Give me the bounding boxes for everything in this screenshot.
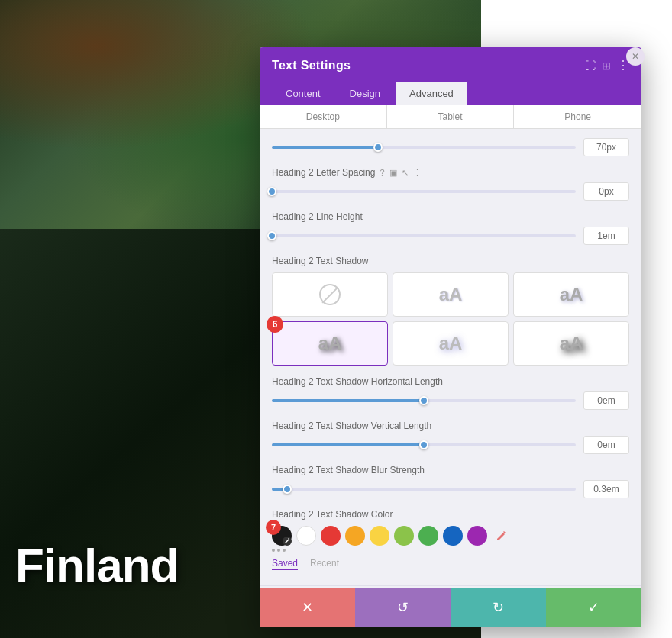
shadow-v-length-row: Heading 2 Text Shadow Vertical Length 0e… bbox=[272, 420, 629, 454]
columns-icon[interactable]: ⊞ bbox=[602, 60, 611, 72]
shadow-option-intense[interactable]: aA bbox=[393, 321, 509, 366]
color-btn-light-green[interactable] bbox=[394, 526, 414, 546]
panel-tabs: Content Design Advanced bbox=[272, 82, 629, 105]
panel-header: Text Settings ⛶ ⊞ ⋮ Content Design Advan… bbox=[260, 47, 641, 105]
line-height-row: Heading 2 Line Height 1em bbox=[272, 211, 629, 245]
shadow-v-length-track[interactable] bbox=[272, 443, 576, 446]
letter-spacing-value[interactable]: 0px bbox=[583, 182, 629, 201]
device-tab-tablet[interactable]: Tablet bbox=[387, 105, 515, 128]
dot-1 bbox=[272, 549, 275, 552]
shadow-v-length-label-row: Heading 2 Text Shadow Vertical Length bbox=[272, 420, 629, 431]
font-size-slider-track[interactable] bbox=[272, 146, 576, 149]
cancel-button[interactable]: ✕ bbox=[260, 588, 355, 627]
color-custom-pencil[interactable] bbox=[492, 526, 512, 546]
expand-icon[interactable]: ⛶ bbox=[585, 60, 596, 72]
color-badge: 7 bbox=[266, 520, 281, 535]
line-height-slider-thumb[interactable] bbox=[267, 231, 276, 240]
shadow-v-length-fill bbox=[272, 443, 424, 446]
tab-content[interactable]: Content bbox=[272, 82, 334, 105]
color-tabs-row: Saved Recent bbox=[272, 558, 629, 570]
shadow-h-length-track[interactable] bbox=[272, 399, 576, 402]
shadow-blur-label-row: Heading 2 Text Shadow Blur Strength bbox=[272, 465, 629, 475]
shadow-option-heavy[interactable]: aA bbox=[513, 321, 629, 366]
panel-title-icons: ⛶ ⊞ ⋮ bbox=[585, 58, 629, 72]
color-btn-purple[interactable] bbox=[467, 526, 487, 546]
shadow-option-medium[interactable]: aA bbox=[513, 272, 629, 317]
color-tab-saved[interactable]: Saved bbox=[272, 558, 298, 570]
shadow-blur-row: Heading 2 Text Shadow Blur Strength 0.3e… bbox=[272, 465, 629, 498]
color-btn-green[interactable] bbox=[418, 526, 438, 546]
letter-spacing-label-row: Heading 2 Letter Spacing ? ▣ ↖ ⋮ bbox=[272, 167, 629, 178]
text-shadow-label: Heading 2 Text Shadow bbox=[272, 256, 369, 266]
device-tab-phone[interactable]: Phone bbox=[514, 105, 641, 128]
letter-spacing-cursor-icon[interactable]: ↖ bbox=[402, 168, 409, 178]
letter-spacing-help-icon[interactable]: ? bbox=[380, 168, 384, 177]
shadow-v-length-controls: 0em bbox=[272, 436, 629, 454]
panel-title-row: Text Settings ⛶ ⊞ ⋮ bbox=[272, 58, 629, 72]
shadow-option-strong[interactable]: 6 aA bbox=[272, 321, 388, 366]
text-settings-panel: Text Settings ⛶ ⊞ ⋮ Content Design Advan… bbox=[260, 47, 641, 627]
shadow-blur-track[interactable] bbox=[272, 488, 576, 491]
save-icon: ✓ bbox=[588, 599, 599, 616]
color-btn-orange[interactable] bbox=[345, 526, 365, 546]
reset-button[interactable]: ↺ bbox=[355, 588, 451, 627]
line-height-slider-track[interactable] bbox=[272, 234, 576, 237]
shadow-option-none[interactable] bbox=[272, 272, 388, 317]
letter-spacing-slider-controls: 0px bbox=[272, 182, 629, 201]
panel-close-button[interactable]: ✕ bbox=[626, 47, 645, 66]
color-palette: 7 bbox=[272, 526, 629, 546]
letter-spacing-slider-track[interactable] bbox=[272, 190, 576, 193]
shadow-badge: 6 bbox=[267, 316, 283, 333]
shadow-blur-value[interactable]: 0.3em bbox=[583, 480, 629, 498]
shadow-v-length-label: Heading 2 Text Shadow Vertical Length bbox=[272, 420, 431, 431]
save-button[interactable]: ✓ bbox=[546, 588, 641, 627]
letter-spacing-device-icon[interactable]: ▣ bbox=[389, 168, 397, 178]
shadow-blur-thumb[interactable] bbox=[283, 485, 292, 494]
font-size-slider-thumb[interactable] bbox=[373, 143, 383, 152]
color-btn-white[interactable] bbox=[296, 526, 316, 546]
shadow-text-heavy: aA bbox=[560, 333, 583, 354]
shadow-h-length-value[interactable]: 0em bbox=[583, 392, 629, 410]
font-size-slider-controls: 70px bbox=[272, 138, 629, 156]
shadow-text-light: aA bbox=[439, 284, 463, 305]
redo-button[interactable]: ↻ bbox=[451, 588, 546, 627]
shadow-text-medium: aA bbox=[560, 284, 583, 305]
device-tab-desktop[interactable]: Desktop bbox=[260, 105, 387, 128]
font-size-slider-fill bbox=[272, 146, 378, 149]
line-height-value[interactable]: 1em bbox=[583, 227, 629, 245]
shadow-option-light[interactable]: aA bbox=[393, 272, 509, 317]
settings-section: 70px Heading 2 Letter Spacing ? ▣ ↖ ⋮ bbox=[260, 129, 641, 585]
tab-advanced[interactable]: Advanced bbox=[396, 82, 467, 105]
letter-spacing-row: Heading 2 Letter Spacing ? ▣ ↖ ⋮ 0px bbox=[272, 167, 629, 201]
shadow-h-length-controls: 0em bbox=[272, 392, 629, 410]
letter-spacing-more-icon[interactable]: ⋮ bbox=[413, 168, 422, 178]
color-btn-black-wrapper: 7 bbox=[272, 526, 292, 546]
font-size-slider-row: 70px bbox=[272, 138, 629, 156]
cancel-icon: ✕ bbox=[302, 599, 313, 616]
shadow-v-length-value[interactable]: 0em bbox=[583, 436, 629, 454]
color-tab-recent[interactable]: Recent bbox=[310, 558, 339, 570]
shadow-color-label: Heading 2 Text Shadow Color bbox=[272, 509, 393, 520]
shadow-h-length-thumb[interactable] bbox=[419, 396, 428, 405]
shadow-v-length-thumb[interactable] bbox=[419, 440, 428, 450]
shadow-h-length-fill bbox=[272, 399, 424, 402]
shadow-blur-controls: 0.3em bbox=[272, 480, 629, 498]
dot-3 bbox=[283, 549, 286, 552]
shadow-h-length-label-row: Heading 2 Text Shadow Horizontal Length bbox=[272, 376, 629, 387]
letter-spacing-slider-thumb[interactable] bbox=[267, 187, 276, 196]
shadow-options-grid: aA aA 6 aA aA aA bbox=[272, 272, 629, 366]
shadow-h-length-label: Heading 2 Text Shadow Horizontal Length bbox=[272, 376, 443, 387]
shadow-h-length-row: Heading 2 Text Shadow Horizontal Length … bbox=[272, 376, 629, 410]
color-btn-red[interactable] bbox=[321, 526, 341, 546]
panel-title: Text Settings bbox=[272, 59, 351, 72]
color-btn-blue[interactable] bbox=[443, 526, 463, 546]
color-edit-icon[interactable] bbox=[283, 536, 292, 546]
tab-design[interactable]: Design bbox=[336, 82, 394, 105]
color-btn-yellow[interactable] bbox=[370, 526, 389, 546]
line-height-label-row: Heading 2 Line Height bbox=[272, 211, 629, 222]
redo-icon: ↻ bbox=[493, 599, 504, 616]
font-size-value[interactable]: 70px bbox=[583, 138, 629, 156]
line-height-label: Heading 2 Line Height bbox=[272, 211, 363, 222]
dots-row bbox=[272, 549, 629, 552]
device-tabs-row: Desktop Tablet Phone bbox=[260, 105, 641, 129]
